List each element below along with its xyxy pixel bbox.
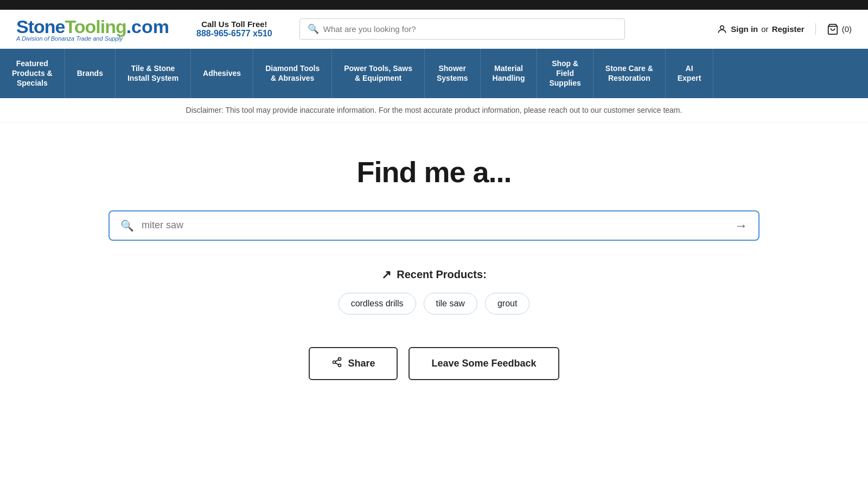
nav-bar: FeaturedProducts &Specials Brands Tile &… <box>0 49 868 98</box>
svg-point-0 <box>720 25 724 29</box>
nav-item-material-handling[interactable]: MaterialHandling <box>481 49 538 98</box>
recent-tags-container: cordless drills tile saw grout <box>339 293 530 314</box>
sign-in-link[interactable]: Sign in <box>731 24 758 34</box>
top-bar <box>0 0 868 10</box>
nav-item-ai-expert[interactable]: AIExpert <box>666 49 714 98</box>
cart-icon <box>827 23 839 35</box>
nav-item-shop-field[interactable]: Shop &FieldSupplies <box>537 49 593 98</box>
ai-search-submit-button[interactable]: → <box>735 218 748 233</box>
ai-search-container[interactable]: 🔍 → <box>108 210 760 241</box>
nav-item-featured[interactable]: FeaturedProducts &Specials <box>0 49 65 98</box>
share-button[interactable]: Share <box>309 347 398 380</box>
svg-line-6 <box>336 359 339 361</box>
nav-item-adhesives[interactable]: Adhesives <box>191 49 253 98</box>
sign-in-area: Sign in or Register <box>717 24 804 35</box>
user-icon <box>717 24 727 35</box>
nav-item-power-tools[interactable]: Power Tools, Saws& Equipment <box>332 49 425 98</box>
recent-tag-tile-saw[interactable]: tile saw <box>424 293 477 314</box>
recent-label-text: Recent Products: <box>397 268 487 281</box>
header: StoneTooling.com A Division of Bonanza T… <box>0 10 868 49</box>
cart-area[interactable]: (0) <box>815 23 852 35</box>
search-icon-header: 🔍 <box>308 23 319 35</box>
ai-search-input[interactable] <box>142 220 735 231</box>
main-content: Find me a... 🔍 → ↗ Recent Products: cord… <box>0 123 868 402</box>
logo-tooling: Tooling <box>65 16 126 37</box>
disclaimer: Disclaimer: This tool may provide inaccu… <box>0 98 868 123</box>
recent-products-section: ↗ Recent Products: cordless drills tile … <box>339 268 530 314</box>
ai-search-icon: 🔍 <box>120 219 134 232</box>
action-buttons: Share Leave Some Feedback <box>309 347 559 380</box>
logo-container[interactable]: StoneTooling.com A Division of Bonanza T… <box>16 16 169 42</box>
cart-count: (0) <box>842 24 852 34</box>
nav-item-tile-stone[interactable]: Tile & StoneInstall System <box>116 49 191 98</box>
phone-section: Call Us Toll Free! 888-965-6577 x510 <box>196 20 272 38</box>
find-me-title: Find me a... <box>356 155 511 189</box>
logo-stone: Stone <box>16 16 65 37</box>
nav-item-stone-care[interactable]: Stone Care &Restoration <box>593 49 666 98</box>
register-link[interactable]: Register <box>772 24 805 34</box>
feedback-button[interactable]: Leave Some Feedback <box>409 347 559 380</box>
recent-tag-grout[interactable]: grout <box>485 293 529 314</box>
nav-item-shower-systems[interactable]: ShowerSystems <box>425 49 481 98</box>
header-search-bar[interactable]: 🔍 <box>299 18 625 40</box>
phone-label: Call Us Toll Free! <box>196 20 272 29</box>
share-icon <box>331 357 342 370</box>
svg-line-5 <box>336 363 339 364</box>
recent-products-label: ↗ Recent Products: <box>381 268 487 282</box>
or-text: or <box>761 24 768 34</box>
trending-icon: ↗ <box>381 268 391 282</box>
recent-tag-cordless-drills[interactable]: cordless drills <box>339 293 416 314</box>
logo-dotcom: .com <box>126 16 169 37</box>
phone-number[interactable]: 888-965-6577 x510 <box>196 29 272 38</box>
nav-item-brands[interactable]: Brands <box>65 49 116 98</box>
header-right: Sign in or Register (0) <box>717 23 852 35</box>
header-search-input[interactable] <box>323 24 617 34</box>
share-label: Share <box>348 358 375 369</box>
nav-item-diamond-tools[interactable]: Diamond Tools& Abrasives <box>253 49 332 98</box>
